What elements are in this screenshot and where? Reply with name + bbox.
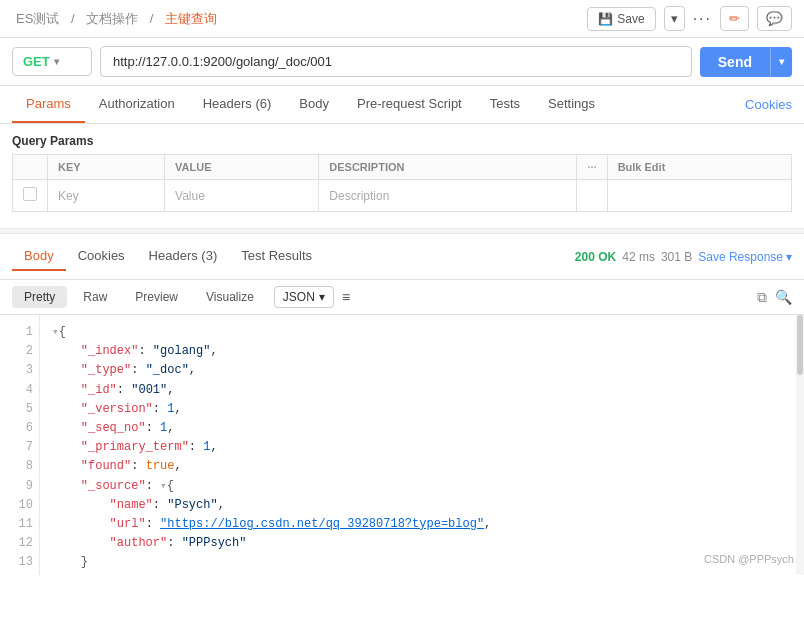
line-num-8: 8 [6, 457, 33, 476]
response-tab-body[interactable]: Body [12, 242, 66, 271]
breadcrumb-part1: ES测试 [16, 11, 59, 26]
line-num-1: 1 [6, 323, 33, 342]
breadcrumb-sep2: / [150, 11, 154, 26]
json-selector[interactable]: JSON ▾ [274, 286, 334, 308]
scrollbar-thumb[interactable] [797, 315, 803, 375]
line-numbers: 1 2 3 4 5 6 7 8 9 10 11 12 13 14 [0, 315, 40, 575]
format-right-icons: ⧉ 🔍 [757, 289, 792, 306]
save-icon: 💾 [598, 12, 613, 26]
save-button[interactable]: 💾 Save [587, 7, 655, 31]
tab-tests[interactable]: Tests [476, 86, 534, 123]
format-tab-raw[interactable]: Raw [71, 286, 119, 308]
checkbox-header [13, 155, 48, 180]
code-line-3: "_type": "_doc", [52, 361, 784, 380]
status-badge: 200 OK [575, 250, 616, 264]
row-empty [607, 180, 791, 212]
line-num-6: 6 [6, 419, 33, 438]
response-time: 42 ms [622, 250, 655, 264]
key-header: KEY [48, 155, 165, 180]
line-num-9: 9 [6, 477, 33, 496]
save-response-caret-icon: ▾ [786, 250, 792, 264]
key-cell[interactable]: Key [48, 180, 165, 212]
format-tab-pretty[interactable]: Pretty [12, 286, 67, 308]
tab-headers[interactable]: Headers (6) [189, 86, 286, 123]
response-size: 301 B [661, 250, 692, 264]
code-line-1: ▾{ [52, 323, 784, 342]
url-bar: GET ▾ Send ▾ [0, 38, 804, 86]
caret-down-icon: ▾ [671, 11, 678, 26]
json-selector-caret-icon: ▾ [319, 290, 325, 304]
url-input[interactable] [100, 46, 692, 77]
copy-button[interactable]: ⧉ [757, 289, 767, 306]
tab-body[interactable]: Body [285, 86, 343, 123]
code-line-14: } [52, 572, 784, 575]
code-line-13: } [52, 553, 784, 572]
search-button[interactable]: 🔍 [775, 289, 792, 305]
row-dots [577, 180, 607, 212]
code-line-9: "_source": ▾{ [52, 477, 784, 496]
response-tabs: Body Cookies Headers (3) Test Results [12, 242, 324, 271]
save-caret-button[interactable]: ▾ [664, 6, 685, 31]
row-checkbox[interactable] [13, 180, 48, 212]
params-table: KEY VALUE DESCRIPTION ··· Bulk Edit Key … [12, 154, 792, 212]
wrap-lines-button[interactable]: ≡ [342, 289, 350, 305]
send-label: Send [700, 47, 771, 77]
search-icon: 🔍 [775, 289, 792, 305]
value-header: VALUE [165, 155, 319, 180]
dots-header: ··· [577, 155, 607, 180]
code-line-2: "_index": "golang", [52, 342, 784, 361]
watermark: CSDN @PPPsych [704, 553, 794, 565]
breadcrumb-sep1: / [71, 11, 75, 26]
save-response-button[interactable]: Save Response ▾ [698, 250, 792, 264]
cookies-link[interactable]: Cookies [745, 97, 792, 112]
method-label: GET [23, 54, 50, 69]
scrollbar[interactable] [796, 315, 804, 575]
format-bar: Pretty Raw Preview Visualize JSON ▾ ≡ ⧉ … [0, 280, 804, 315]
tab-pre-request-script[interactable]: Pre-request Script [343, 86, 476, 123]
response-tab-cookies[interactable]: Cookies [66, 242, 137, 271]
tab-authorization[interactable]: Authorization [85, 86, 189, 123]
value-cell[interactable]: Value [165, 180, 319, 212]
line-num-11: 11 [6, 515, 33, 534]
code-line-12: "author": "PPPsych" [52, 534, 784, 553]
line-num-13: 13 [6, 553, 33, 572]
response-tab-headers[interactable]: Headers (3) [137, 242, 230, 271]
top-bar-actions: 💾 Save ▾ ··· ✏ 💬 [587, 6, 792, 31]
response-meta: 200 OK 42 ms 301 B Save Response ▾ [575, 250, 792, 264]
code-line-7: "_primary_term": 1, [52, 438, 784, 457]
request-tabs-bar: Params Authorization Headers (6) Body Pr… [0, 86, 804, 124]
format-tab-visualize[interactable]: Visualize [194, 286, 266, 308]
code-line-11: "url": "https://blog.csdn.net/qq_3928071… [52, 515, 784, 534]
description-header: DESCRIPTION [319, 155, 577, 180]
line-num-5: 5 [6, 400, 33, 419]
line-num-3: 3 [6, 361, 33, 380]
tab-params[interactable]: Params [12, 86, 85, 123]
response-tabs-bar: Body Cookies Headers (3) Test Results 20… [0, 234, 804, 280]
code-line-5: "_version": 1, [52, 400, 784, 419]
edit-icon-button[interactable]: ✏ [720, 6, 749, 31]
response-tab-test-results[interactable]: Test Results [229, 242, 324, 271]
request-tabs: Params Authorization Headers (6) Body Pr… [12, 86, 609, 123]
edit-icon: ✏ [729, 11, 740, 26]
more-options-button[interactable]: ··· [693, 10, 712, 28]
bulk-edit-button[interactable]: Bulk Edit [607, 155, 791, 180]
code-viewer: 1 2 3 4 5 6 7 8 9 10 11 12 13 14 ▾{ "_in… [0, 315, 804, 575]
code-line-6: "_seq_no": 1, [52, 419, 784, 438]
table-row: Key Value Description [13, 180, 792, 212]
comment-icon-button[interactable]: 💬 [757, 6, 792, 31]
format-tab-preview[interactable]: Preview [123, 286, 190, 308]
save-label: Save [617, 12, 644, 26]
line-num-12: 12 [6, 534, 33, 553]
comment-icon: 💬 [766, 11, 783, 26]
method-select[interactable]: GET ▾ [12, 47, 92, 76]
json-selector-label: JSON [283, 290, 315, 304]
description-cell[interactable]: Description [319, 180, 577, 212]
tab-settings[interactable]: Settings [534, 86, 609, 123]
line-num-10: 10 [6, 496, 33, 515]
line-num-14: 14 [6, 572, 33, 575]
send-button[interactable]: Send ▾ [700, 47, 792, 77]
dots-icon: ··· [693, 10, 712, 27]
method-caret-icon: ▾ [54, 56, 59, 67]
line-num-7: 7 [6, 438, 33, 457]
save-response-label: Save Response [698, 250, 783, 264]
